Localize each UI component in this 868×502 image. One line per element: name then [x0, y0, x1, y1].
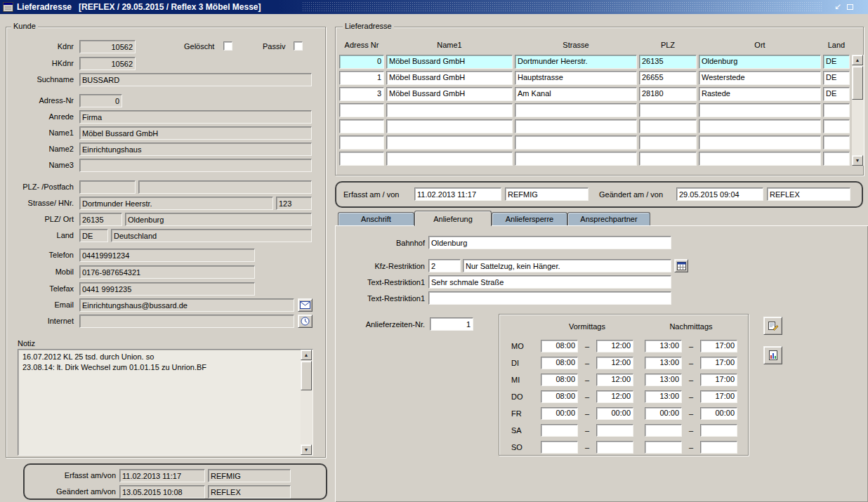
time-field[interactable] [596, 441, 633, 454]
table-row[interactable] [339, 136, 850, 150]
scroll-up-icon[interactable]: ▲ [301, 350, 312, 360]
table-cell[interactable] [699, 136, 821, 150]
land-name-field[interactable] [111, 229, 312, 242]
time-field[interactable]: 12:00 [596, 357, 633, 369]
time-field[interactable]: 13:00 [645, 340, 682, 352]
table-row[interactable] [339, 152, 850, 166]
table-cell[interactable] [386, 103, 513, 117]
hkdnr-field[interactable] [79, 57, 136, 70]
anlieferzeiten-nr-field[interactable] [430, 317, 473, 331]
table-cell[interactable]: 26135 [639, 55, 697, 69]
anrede-field[interactable] [79, 110, 312, 124]
table-cell[interactable]: Hauptstrasse [515, 71, 637, 85]
mobil-field[interactable] [79, 265, 255, 279]
plz-field[interactable] [79, 213, 122, 226]
table-row[interactable]: 3Möbel Bussard GmbHAm Kanal28180RastedeD… [339, 87, 850, 101]
time-field[interactable]: 00:00 [700, 407, 737, 420]
edit-note-button[interactable] [763, 317, 782, 335]
table-cell[interactable] [515, 119, 637, 133]
table-cell[interactable] [515, 103, 637, 117]
telefon-field[interactable] [79, 249, 255, 262]
table-cell[interactable]: DE [823, 55, 850, 69]
time-field[interactable]: 00:00 [645, 407, 682, 420]
adresse-geaendert-user-field[interactable] [767, 187, 850, 201]
report-button[interactable] [763, 346, 782, 364]
scroll-thumb[interactable] [852, 66, 863, 100]
table-cell[interactable]: Möbel Bussard GmbH [386, 71, 513, 85]
table-cell[interactable]: 28180 [639, 87, 697, 101]
table-cell[interactable] [823, 136, 850, 150]
time-field[interactable]: 08:00 [541, 390, 578, 403]
table-cell[interactable]: Am Kanal [515, 87, 637, 101]
table-cell[interactable]: Möbel Bussard GmbH [386, 55, 513, 69]
name1-field[interactable] [79, 126, 312, 140]
table-cell[interactable]: Dortmunder Heerstr. [515, 55, 637, 69]
time-field[interactable] [596, 424, 633, 437]
tab-anliefersperre[interactable]: Anliefersperre [492, 212, 567, 225]
name2-field[interactable] [79, 143, 312, 156]
time-field[interactable]: 17:00 [700, 390, 737, 403]
name3-field[interactable] [79, 159, 312, 172]
table-cell[interactable]: 26655 [639, 71, 697, 85]
table-cell[interactable] [639, 136, 697, 150]
postfach-plz-field[interactable] [79, 180, 136, 194]
table-cell[interactable]: 0 [339, 55, 384, 69]
postfach-field[interactable] [138, 180, 312, 194]
kunde-erfasst-user-field[interactable] [208, 469, 291, 482]
time-field[interactable]: 08:00 [541, 374, 578, 386]
table-cell[interactable] [639, 152, 697, 166]
table-cell[interactable] [823, 119, 850, 133]
scroll-thumb[interactable] [301, 361, 312, 390]
time-field[interactable] [645, 424, 682, 437]
table-cell[interactable] [515, 136, 637, 150]
kunde-geaendert-date-field[interactable] [119, 485, 205, 498]
scroll-down-icon[interactable]: ▼ [852, 155, 863, 166]
table-cell[interactable]: Westerstede [699, 71, 821, 85]
tab-anschrift[interactable]: Anschrift [338, 212, 414, 225]
table-cell[interactable] [386, 136, 513, 150]
time-field[interactable]: 12:00 [596, 390, 633, 403]
table-row[interactable] [339, 103, 850, 117]
table-cell[interactable] [699, 152, 821, 166]
table-cell[interactable] [339, 103, 384, 117]
time-field[interactable]: 13:00 [645, 357, 682, 369]
bahnhof-field[interactable] [428, 236, 671, 249]
passiv-checkbox[interactable] [294, 41, 303, 51]
time-field[interactable]: 08:00 [541, 340, 578, 352]
table-cell[interactable] [386, 152, 513, 166]
table-cell[interactable] [515, 152, 637, 166]
maximize-icon[interactable] [847, 4, 853, 10]
time-field[interactable] [541, 424, 578, 437]
time-field[interactable]: 00:00 [596, 407, 633, 420]
time-field[interactable]: 17:00 [700, 357, 737, 369]
time-field[interactable]: 00:00 [541, 407, 578, 420]
kfz-lov-button[interactable] [674, 259, 688, 272]
table-cell[interactable] [386, 119, 513, 133]
time-field[interactable]: 17:00 [700, 340, 737, 352]
kfz-restriktion-text-field[interactable] [463, 259, 671, 272]
table-cell[interactable] [823, 152, 850, 166]
kfz-restriktion-nr-field[interactable] [428, 259, 461, 272]
table-cell[interactable] [339, 119, 384, 133]
table-cell[interactable] [339, 136, 384, 150]
table-row[interactable]: 0Möbel Bussard GmbHDortmunder Heerstr.26… [339, 55, 850, 69]
time-field[interactable] [700, 424, 737, 437]
kunde-geaendert-user-field[interactable] [208, 485, 291, 498]
strasse-field[interactable] [79, 197, 273, 210]
table-row[interactable] [339, 119, 850, 133]
kdnr-field[interactable] [79, 40, 136, 53]
kunde-erfasst-date-field[interactable] [119, 469, 205, 482]
adressnr-field[interactable] [79, 94, 122, 107]
time-field[interactable]: 13:00 [645, 390, 682, 403]
time-field[interactable] [541, 441, 578, 454]
table-cell[interactable]: DE [823, 87, 850, 101]
notiz-textarea[interactable]: 16.07.2012 KL 25 tsd. durch Union. so 23… [18, 349, 313, 456]
time-field[interactable]: 12:00 [596, 374, 633, 386]
open-internet-button[interactable] [298, 315, 313, 328]
table-cell[interactable]: Oldenburg [699, 55, 821, 69]
email-field[interactable] [79, 298, 294, 312]
table-cell[interactable]: 1 [339, 71, 384, 85]
table-cell[interactable]: DE [823, 71, 850, 85]
table-cell[interactable] [823, 103, 850, 117]
table-scrollbar[interactable]: ▲ ▼ [852, 55, 864, 166]
